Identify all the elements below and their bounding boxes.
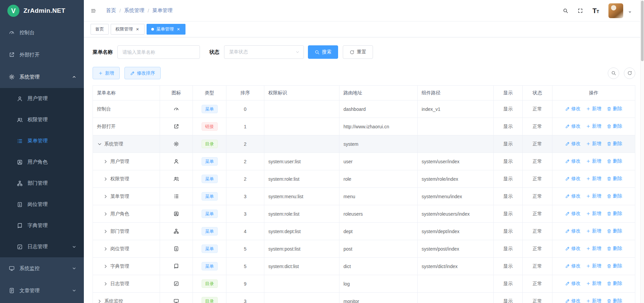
row-edit-link[interactable]: 修改 (565, 106, 581, 112)
sidebar-item-1[interactable]: 外部打开 (0, 44, 84, 66)
row-edit-link[interactable]: 修改 (565, 298, 581, 303)
cell-menu-name[interactable]: 部门管理 (93, 223, 160, 240)
row-delete-link[interactable]: 删除 (607, 228, 622, 234)
row-delete-link[interactable]: 删除 (607, 211, 622, 217)
column-header: 操作 (552, 86, 635, 100)
log-icon (173, 281, 179, 287)
breadcrumb-item-2[interactable]: 菜单管理 (152, 7, 172, 14)
sidebar-item-2[interactable]: 系统管理 (0, 66, 84, 88)
tab-close-icon[interactable]: × (135, 27, 140, 32)
row-delete-link[interactable]: 删除 (607, 298, 622, 303)
row-edit-link[interactable]: 修改 (565, 246, 581, 252)
tab-close-icon[interactable]: × (176, 27, 181, 32)
row-add-link[interactable]: 新增 (586, 298, 601, 303)
row-add-link[interactable]: 新增 (586, 158, 601, 164)
table-row-3: 用户管理菜单2system:user:listusersystem/user/i… (93, 153, 635, 170)
column-header: 组件路径 (418, 86, 494, 100)
modify-sort-button[interactable]: 修改排序 (124, 67, 161, 79)
row-add-link[interactable]: 新增 (586, 228, 601, 234)
app-logo[interactable]: V ZrAdmin.NET (0, 0, 84, 21)
cell-menu-name[interactable]: 权限管理 (93, 170, 160, 188)
row-add-link[interactable]: 新增 (586, 193, 601, 199)
sidebar-item-6[interactable]: 用户角色 (0, 152, 84, 173)
reset-button[interactable]: 重置 (343, 45, 373, 59)
row-edit-link[interactable]: 修改 (565, 280, 581, 287)
row-edit-link[interactable]: 修改 (565, 211, 581, 217)
edit-icon (565, 159, 570, 164)
user-avatar[interactable] (608, 3, 623, 18)
row-edit-link[interactable]: 修改 (565, 193, 581, 199)
cell-status: 正常 (523, 188, 552, 205)
row-delete-link[interactable]: 删除 (607, 263, 622, 269)
scrollbar-thumb[interactable] (641, 1, 644, 61)
sidebar-item-9[interactable]: 字典管理 (0, 215, 84, 236)
tab-2[interactable]: 菜单管理× (147, 24, 185, 35)
row-delete-link[interactable]: 删除 (607, 141, 622, 147)
status-select[interactable]: 菜单状态 (224, 45, 304, 59)
edit-icon (130, 71, 135, 76)
row-add-link[interactable]: 新增 (586, 246, 601, 252)
sidebar-item-11[interactable]: 系统监控 (0, 257, 84, 279)
row-delete-link[interactable]: 删除 (607, 176, 622, 182)
menu-fold-icon[interactable] (91, 8, 96, 13)
cell-menu-name[interactable]: 日志管理 (93, 275, 160, 293)
cell-menu-name[interactable]: 字典管理 (93, 258, 160, 275)
sidebar-item-12[interactable]: 文章管理 (0, 279, 84, 302)
cell-route: post (339, 240, 418, 258)
cell-actions: 修改新增删除 (552, 188, 635, 205)
cell-visible: 显示 (494, 188, 523, 205)
row-delete-link[interactable]: 删除 (607, 193, 622, 199)
table-row-4: 权限管理菜单2system:role:listrolesystem/role/i… (93, 170, 635, 188)
row-delete-link[interactable]: 删除 (607, 246, 622, 252)
row-add-link[interactable]: 新增 (586, 141, 601, 147)
row-delete-link[interactable]: 删除 (607, 106, 622, 112)
row-add-link[interactable]: 新增 (586, 211, 601, 217)
sidebar-item-0[interactable]: 控制台 (0, 21, 84, 44)
search-icon[interactable] (563, 8, 568, 13)
cell-menu-name[interactable]: 岗位管理 (93, 240, 160, 258)
add-button[interactable]: 新增 (93, 67, 120, 79)
breadcrumb-item-0[interactable]: 首页 (106, 7, 116, 14)
menu-name-input[interactable] (117, 45, 200, 59)
row-delete-link[interactable]: 删除 (607, 280, 622, 287)
tab-1[interactable]: 权限管理× (111, 24, 145, 35)
row-add-link[interactable]: 新增 (586, 123, 601, 129)
row-edit-link[interactable]: 修改 (565, 123, 581, 129)
refresh-icon (627, 71, 632, 76)
row-edit-link[interactable]: 修改 (565, 228, 581, 234)
column-header: 状态 (523, 86, 552, 100)
row-add-link[interactable]: 新增 (586, 106, 601, 112)
page-scrollbar[interactable] (640, 0, 644, 303)
cell-menu-name[interactable]: 系统管理 (93, 135, 160, 153)
sidebar-item-5[interactable]: 菜单管理 (0, 130, 84, 152)
search-button[interactable]: 搜索 (308, 45, 338, 59)
row-edit-link[interactable]: 修改 (565, 141, 581, 147)
row-delete-link[interactable]: 删除 (607, 158, 622, 164)
tab-0[interactable]: 首页 (91, 24, 109, 35)
show-search-button[interactable] (608, 68, 619, 79)
row-edit-link[interactable]: 修改 (565, 263, 581, 269)
cell-menu-name[interactable]: 系统监控 (93, 293, 160, 303)
row-edit-link[interactable]: 修改 (565, 158, 581, 164)
row-edit-link[interactable]: 修改 (565, 176, 581, 182)
sidebar-item-7[interactable]: 部门管理 (0, 173, 84, 194)
refresh-table-button[interactable] (624, 68, 635, 79)
row-add-link[interactable]: 新增 (586, 263, 601, 269)
user-dropdown-caret-icon[interactable] (627, 9, 633, 15)
cell-component: system/menu/index (418, 188, 494, 205)
fullscreen-icon[interactable] (578, 8, 583, 13)
row-add-link[interactable]: 新增 (586, 176, 601, 182)
row-add-link[interactable]: 新增 (586, 280, 601, 287)
sidebar-item-4[interactable]: 权限管理 (0, 109, 84, 130)
tab-label: 首页 (95, 26, 104, 32)
row-delete-link[interactable]: 删除 (607, 123, 622, 129)
breadcrumb-item-1[interactable]: 系统管理 (124, 7, 144, 14)
cell-icon (160, 170, 193, 188)
cell-menu-name[interactable]: 用户角色 (93, 205, 160, 223)
font-size-icon[interactable]: TT (592, 7, 599, 14)
sidebar-item-10[interactable]: 日志管理 (0, 236, 84, 257)
sidebar-item-3[interactable]: 用户管理 (0, 88, 84, 109)
cell-menu-name[interactable]: 用户管理 (93, 153, 160, 170)
cell-menu-name[interactable]: 菜单管理 (93, 188, 160, 205)
sidebar-item-8[interactable]: 岗位管理 (0, 194, 84, 215)
